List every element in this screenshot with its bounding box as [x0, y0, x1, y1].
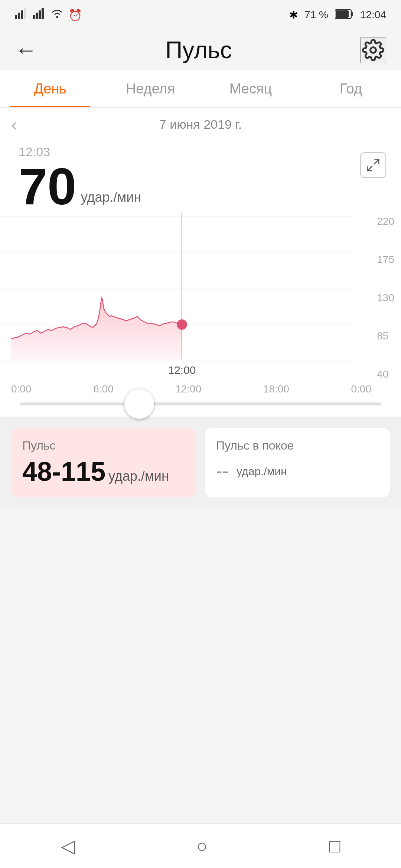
slider-track [20, 402, 381, 405]
y-label-220: 220 [377, 216, 394, 227]
resting-pulse-unit: удар./мин [237, 465, 287, 478]
x-label-12: 12:00 [175, 383, 201, 395]
tab-year[interactable]: Год [301, 70, 401, 107]
pulse-range-card: Пульс 48-115 удар./мин [11, 428, 196, 497]
heart-rate-display: 12:03 70 удар./мин [0, 141, 401, 213]
chart-cursor-dot [177, 319, 187, 330]
resting-pulse-card: Пульс в покое -- удар./мин [205, 428, 390, 497]
x-label-0end: 0:00 [351, 383, 371, 395]
status-bar: ⏰ ✱ 71 % 12:04 [0, 0, 401, 30]
pulse-range-title: Пульс [22, 439, 185, 453]
bluetooth-icon: ✱ [289, 9, 298, 21]
top-nav: ← Пульс [0, 30, 401, 70]
heart-value: 70 [19, 161, 76, 213]
svg-line-13 [374, 160, 379, 164]
tabs: День Неделя Месяц Год [0, 70, 401, 108]
svg-rect-2 [21, 10, 23, 19]
svg-rect-1 [18, 13, 20, 19]
alarm-icon: ⏰ [68, 9, 82, 22]
pulse-range-unit: удар./мин [108, 468, 169, 484]
nav-recent-button[interactable]: □ [318, 832, 351, 861]
prev-date-button[interactable]: ‹ [11, 114, 17, 135]
resting-pulse-title: Пульс в покое [216, 439, 379, 453]
chart-selected-time-label: 12:00 [168, 364, 196, 376]
svg-rect-4 [33, 15, 35, 19]
svg-rect-3 [24, 8, 26, 19]
cards-section: Пульс 48-115 удар./мин Пульс в покое -- … [0, 417, 401, 509]
time: 12:04 [360, 9, 386, 21]
resting-pulse-dash: -- [216, 460, 228, 481]
date-nav: ‹ 7 июня 2019 г. [0, 108, 401, 141]
svg-rect-10 [351, 12, 353, 16]
settings-button[interactable] [360, 37, 386, 63]
svg-rect-5 [36, 13, 38, 19]
y-label-175: 175 [377, 254, 394, 266]
battery-icon [335, 9, 353, 21]
bottom-nav: ◁ ○ □ [0, 823, 401, 868]
chart-svg: 12:00 [0, 213, 368, 383]
nav-back-button[interactable]: ◁ [50, 832, 86, 861]
tab-week[interactable]: Неделя [100, 70, 200, 107]
x-label-18: 18:00 [263, 383, 289, 395]
status-left: ⏰ [15, 8, 82, 22]
signal-icon-2 [33, 8, 46, 22]
svg-rect-7 [42, 8, 44, 19]
svg-rect-11 [336, 10, 349, 18]
x-label-0: 0:00 [11, 383, 32, 395]
battery-percent: 71 % [304, 9, 328, 21]
tab-day[interactable]: День [0, 70, 100, 107]
y-axis: 220 175 130 85 40 [377, 216, 394, 380]
page-title: Пульс [165, 36, 232, 64]
back-button[interactable]: ← [15, 39, 37, 61]
svg-point-12 [371, 47, 376, 53]
y-label-85: 85 [377, 330, 394, 342]
heart-unit: удар./мин [81, 190, 141, 205]
status-right: ✱ 71 % 12:04 [289, 9, 386, 21]
tab-month[interactable]: Месяц [200, 70, 301, 107]
wifi-icon [50, 8, 64, 22]
svg-line-14 [368, 166, 372, 171]
page-spacer [0, 509, 401, 694]
svg-point-8 [56, 16, 58, 18]
chart-fill-area [11, 298, 182, 360]
x-axis: 0:00 6:00 12:00 18:00 0:00 [0, 383, 401, 399]
y-label-40: 40 [377, 368, 394, 380]
x-label-6: 6:00 [93, 383, 114, 395]
y-label-130: 130 [377, 292, 394, 304]
pulse-range-value: 48-115 [22, 457, 105, 486]
slider-thumb[interactable] [124, 389, 154, 419]
timeline-slider[interactable] [0, 399, 401, 417]
svg-rect-0 [15, 15, 17, 19]
chart-container: 220 175 130 85 40 12:0 [0, 213, 401, 383]
signal-icon [15, 8, 28, 22]
date-label: 7 июня 2019 г. [159, 117, 242, 132]
expand-button[interactable] [360, 152, 386, 178]
nav-home-button[interactable]: ○ [185, 832, 219, 861]
svg-rect-6 [39, 10, 41, 19]
